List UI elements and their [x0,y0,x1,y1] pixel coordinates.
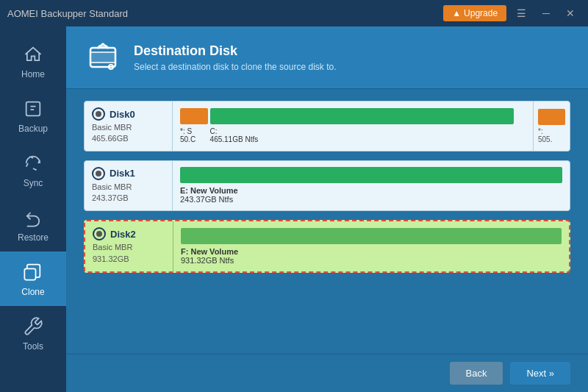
back-button[interactable]: Back [450,362,503,385]
content-header: Destination Disk Select a destination di… [66,26,588,89]
disk1-partition-labels: E: New Volume243.37GB Ntfs [180,186,562,204]
sidebar-item-backup[interactable]: Backup [0,88,66,143]
clone-icon [21,260,45,284]
disk0-info: Disk0 Basic MBR 465.66GB [85,101,173,151]
disk1-info: Disk1 Basic MBR 243.37GB [85,161,173,210]
sync-icon [21,152,45,175]
upgrade-arrow-icon: ▲ [452,8,461,18]
header-text: Destination Disk Select a destination di… [134,43,337,72]
disk-item-0[interactable]: Disk0 Basic MBR 465.66GB *: S50.C C:465.… [84,101,570,152]
sidebar-label-backup: Backup [18,124,48,134]
upgrade-label: Upgrade [464,8,498,18]
disk2-partition-0-bar [181,228,562,244]
disk1-partitions: E: New Volume243.37GB Ntfs [173,161,570,210]
disk-item-1[interactable]: Disk1 Basic MBR 243.37GB E: New Volume24… [84,160,570,211]
sidebar-item-home[interactable]: Home [0,34,66,88]
disk0-partitions: *: S50.C C:465.11GB Ntfs [173,101,533,151]
sidebar: Home Backup Sync Restore Clone [0,26,66,392]
home-icon [21,43,45,66]
page-title: Destination Disk [134,43,337,59]
disk1-partition-0-bar [180,167,562,183]
title-bar-left: AOMEI Backupper Standard [7,8,128,19]
upgrade-button[interactable]: ▲ Upgrade [443,5,506,21]
disk2-partitions: F: New Volume931.32GB Ntfs [173,221,569,271]
title-bar: AOMEI Backupper Standard ▲ Upgrade ☰ ─ ✕ [0,0,588,26]
disk2-partition-bars [181,228,562,244]
disk-list: Disk0 Basic MBR 465.66GB *: S50.C C:465.… [66,89,588,354]
next-button[interactable]: Next » [510,362,570,385]
sidebar-label-restore: Restore [18,232,49,243]
page-subtitle: Select a destination disk to clone the s… [134,62,337,72]
restore-icon [21,206,45,229]
disk1-label-0: E: New Volume243.37GB Ntfs [180,186,562,204]
disk2-icon [93,227,106,240]
svg-rect-3 [90,52,115,63]
sidebar-item-clone[interactable]: Clone [0,252,66,306]
destination-disk-icon [84,38,122,76]
disk-item-2[interactable]: Disk2 Basic MBR 931.32GB F: New Volume93… [84,220,570,273]
disk0-partition-bars [180,108,526,124]
svg-rect-1 [24,268,35,279]
minimize-button[interactable]: ─ [537,4,556,22]
sidebar-label-home: Home [21,69,45,79]
disk0-label-0: *: S50.C [180,127,208,143]
menu-button[interactable]: ☰ [511,4,532,22]
close-button[interactable]: ✕ [560,4,581,22]
disk2-partition-labels: F: New Volume931.32GB Ntfs [181,247,562,265]
app-title: AOMEI Backupper Standard [7,8,128,19]
sidebar-item-restore[interactable]: Restore [0,197,66,252]
disk0-extra-partition: *:505. [533,101,570,151]
disk1-icon [92,167,105,180]
footer: Back Next » [66,354,588,392]
svg-rect-0 [26,102,40,116]
disk0-name: Disk0 [92,107,165,121]
disk1-partition-bars [180,167,562,183]
sidebar-label-sync: Sync [24,178,43,188]
disk0-icon [92,107,105,121]
disk0-details: Basic MBR 465.66GB [92,122,165,145]
disk2-info: Disk2 Basic MBR 931.32GB [85,221,173,271]
sidebar-label-tools: Tools [23,341,43,352]
content-area: Destination Disk Select a destination di… [66,26,588,392]
disk1-details: Basic MBR 243.37GB [92,182,165,204]
disk0-partition-1-bar [210,108,514,124]
disk0-partition-0-bar [180,108,208,124]
sidebar-label-clone: Clone [21,287,44,297]
disk2-name: Disk2 [93,227,165,240]
disk1-name: Disk1 [92,167,165,180]
disk0-label-1: C:465.11GB Ntfs [210,127,514,143]
main-layout: Home Backup Sync Restore Clone [0,26,588,392]
disk2-details: Basic MBR 931.32GB [93,242,165,265]
disk2-label-0: F: New Volume931.32GB Ntfs [181,247,562,265]
backup-icon [21,97,45,121]
sidebar-item-tools[interactable]: Tools [0,306,66,360]
title-bar-controls: ▲ Upgrade ☰ ─ ✕ [443,4,581,22]
tools-icon [21,315,45,338]
disk0-partition-labels: *: S50.C C:465.11GB Ntfs [180,127,526,143]
sidebar-item-sync[interactable]: Sync [0,143,66,197]
